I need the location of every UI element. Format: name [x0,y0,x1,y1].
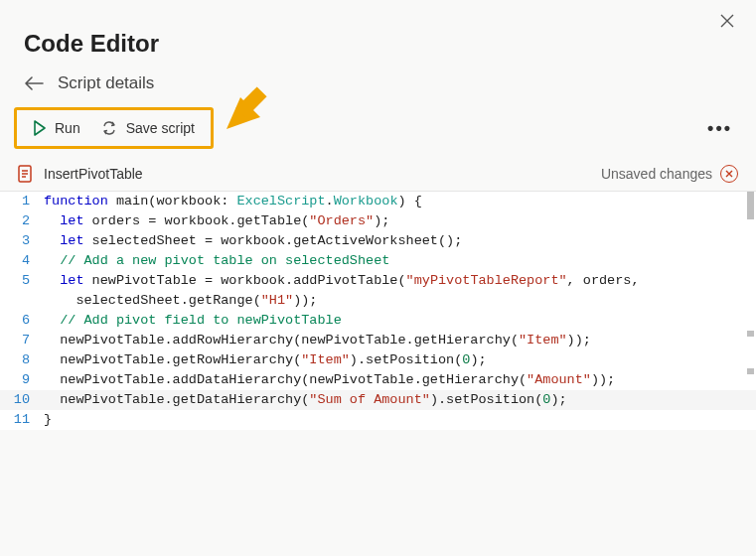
code-content[interactable]: newPivotTable.addDataHierarchy(newPivotT… [44,370,756,390]
play-icon [33,120,47,136]
code-content[interactable]: newPivotTable.getRowHierarchy("Item").se… [44,350,756,370]
code-line[interactable]: 8 newPivotTable.getRowHierarchy("Item").… [0,350,756,370]
line-number: 8 [0,350,44,370]
script-file-icon [18,165,34,183]
code-content[interactable]: let orders = workbook.getTable("Orders")… [44,211,756,231]
code-line[interactable]: 7 newPivotTable.addRowHierarchy(newPivot… [0,331,756,350]
breadcrumb-label: Script details [58,73,154,93]
code-content[interactable]: } [44,410,756,430]
line-number [0,291,44,311]
toolbar-row: Run Save script ••• [0,107,756,149]
code-line[interactable]: 3 let selectedSheet = workbook.getActive… [0,231,756,251]
code-content[interactable]: let selectedSheet = workbook.getActiveWo… [44,231,756,251]
line-number: 5 [0,271,44,291]
line-number: 11 [0,410,44,430]
file-bar: InsertPivotTable Unsaved changes [0,161,756,191]
run-button[interactable]: Run [25,116,88,140]
line-number: 6 [0,311,44,331]
code-line[interactable]: selectedSheet.getRange("H1")); [0,291,756,311]
code-line[interactable]: 2 let orders = workbook.getTable("Orders… [0,211,756,231]
discard-changes-button[interactable] [720,165,738,183]
code-content[interactable]: // Add a new pivot table on selectedShee… [44,251,756,271]
back-arrow-icon[interactable] [24,76,44,90]
save-script-button[interactable]: Save script [92,116,203,140]
code-content[interactable]: function main(workbook: ExcelScript.Work… [44,192,756,211]
line-number: 3 [0,231,44,251]
code-line[interactable]: 10 newPivotTable.getDataHierarchy("Sum o… [0,390,756,410]
code-line[interactable]: 11} [0,410,756,430]
code-line[interactable]: 6 // Add pivot field to newPivotTable [0,311,756,331]
code-content[interactable]: // Add pivot field to newPivotTable [44,311,756,331]
minimap[interactable] [747,192,754,430]
line-number: 2 [0,211,44,231]
run-label: Run [55,120,80,136]
code-content[interactable]: selectedSheet.getRange("H1")); [44,291,756,311]
line-number: 9 [0,370,44,390]
breadcrumb-row: Script details [0,73,756,107]
script-name: InsertPivotTable [44,166,143,182]
line-number: 10 [0,390,44,410]
code-line[interactable]: 4 // Add a new pivot table on selectedSh… [0,251,756,271]
page-title: Code Editor [24,30,159,58]
sync-icon [100,120,118,136]
save-label: Save script [126,120,195,136]
code-content[interactable]: newPivotTable.getDataHierarchy("Sum of A… [44,390,756,410]
close-button[interactable] [712,8,742,37]
line-number: 4 [0,251,44,271]
header: Code Editor [0,0,756,73]
more-actions-button[interactable]: ••• [701,114,738,143]
unsaved-status: Unsaved changes [601,166,712,182]
action-toolbar: Run Save script [14,107,214,149]
line-number: 7 [0,331,44,350]
code-editor[interactable]: 1function main(workbook: ExcelScript.Wor… [0,191,756,430]
code-line[interactable]: 9 newPivotTable.addDataHierarchy(newPivo… [0,370,756,390]
code-line[interactable]: 5 let newPivotTable = workbook.addPivotT… [0,271,756,291]
code-content[interactable]: newPivotTable.addRowHierarchy(newPivotTa… [44,331,756,350]
code-line[interactable]: 1function main(workbook: ExcelScript.Wor… [0,192,756,211]
code-content[interactable]: let newPivotTable = workbook.addPivotTab… [44,271,756,291]
line-number: 1 [0,192,44,211]
